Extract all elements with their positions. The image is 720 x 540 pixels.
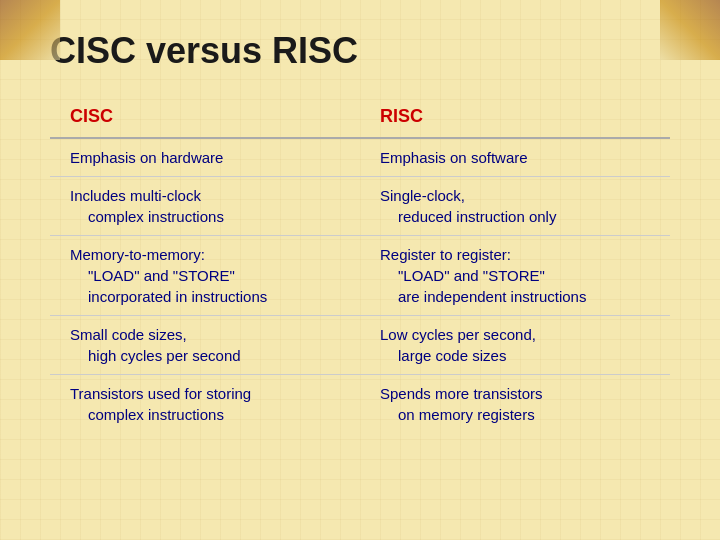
corner-decoration-tr	[660, 0, 720, 60]
slide-container: CISC versus RISC CISC RISC Emphasis on h…	[0, 0, 720, 540]
risc-cell: Low cycles per second, large code sizes	[360, 315, 670, 374]
table-row: Memory-to-memory: "LOAD" and "STORE" inc…	[50, 235, 670, 315]
comparison-table: CISC RISC Emphasis on hardware Emphasis …	[50, 100, 670, 433]
table-row: Emphasis on hardware Emphasis on softwar…	[50, 139, 670, 176]
slide-title: CISC versus RISC	[50, 30, 670, 72]
corner-decoration-tl	[0, 0, 60, 60]
risc-cell: Register to register: "LOAD" and "STORE"…	[360, 235, 670, 315]
risc-cell-indent2: are independent instructions	[380, 288, 586, 305]
table-row: Includes multi-clock complex instruction…	[50, 176, 670, 235]
risc-cell-indent: large code sizes	[380, 347, 506, 364]
cisc-cell: Emphasis on hardware	[50, 139, 360, 176]
risc-cell: Emphasis on software	[360, 139, 670, 176]
table-row: Transistors used for storing complex ins…	[50, 374, 670, 433]
risc-cell: Spends more transistors on memory regist…	[360, 374, 670, 433]
cisc-cell: Transistors used for storing complex ins…	[50, 374, 360, 433]
cisc-cell-indent: complex instructions	[70, 406, 224, 423]
risc-cell-indent: on memory registers	[380, 406, 535, 423]
cisc-cell-indent: "LOAD" and "STORE"	[70, 267, 235, 284]
risc-cell-indent: "LOAD" and "STORE"	[380, 267, 545, 284]
cisc-cell: Small code sizes, high cycles per second	[50, 315, 360, 374]
cisc-cell-indent: complex instructions	[70, 208, 224, 225]
cisc-cell-indent: high cycles per second	[70, 347, 241, 364]
cisc-cell: Memory-to-memory: "LOAD" and "STORE" inc…	[50, 235, 360, 315]
cisc-cell: Includes multi-clock complex instruction…	[50, 176, 360, 235]
risc-cell-indent: reduced instruction only	[380, 208, 556, 225]
risc-cell: Single-clock, reduced instruction only	[360, 176, 670, 235]
table-row: Small code sizes, high cycles per second…	[50, 315, 670, 374]
cisc-cell-indent2: incorporated in instructions	[70, 288, 267, 305]
cisc-column-header: CISC	[50, 100, 360, 139]
risc-column-header: RISC	[360, 100, 670, 139]
